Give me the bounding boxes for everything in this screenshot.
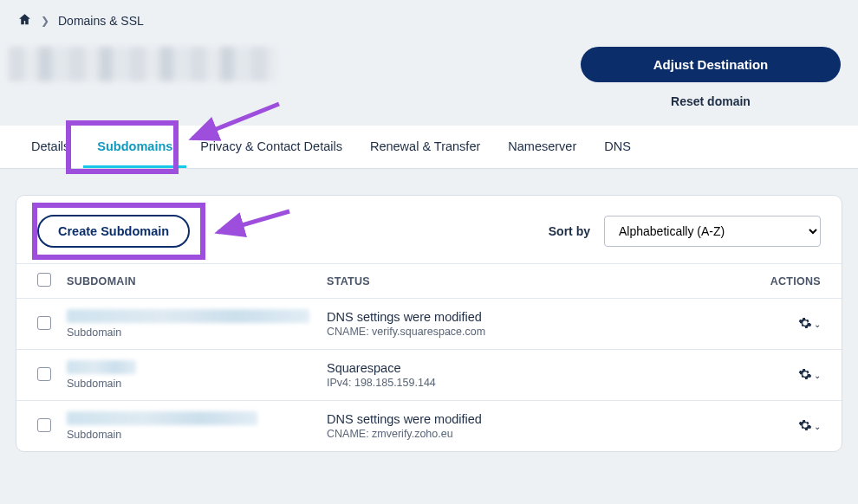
tabs: Details Subdomains Privacy & Contact Det… (0, 126, 858, 169)
subdomains-panel: Create Subdomain Sort by Alphabetically … (16, 195, 842, 452)
row-status-main: Squarespace (327, 361, 743, 375)
table-row: Subdomain DNS settings were modified CNA… (16, 299, 842, 350)
col-header-subdomain: SUBDOMAIN (67, 275, 327, 288)
tab-renewal-transfer[interactable]: Renewal & Transfer (356, 126, 494, 168)
redacted-domain-title (9, 47, 277, 81)
redacted-subdomain-name (67, 411, 257, 425)
sort-by-label: Sort by (549, 224, 590, 238)
row-type-label: Subdomain (67, 378, 327, 390)
chevron-down-icon: ⌄ (814, 422, 821, 431)
tab-subdomains[interactable]: Subdomains (83, 126, 186, 168)
header: Adjust Destination Reset domain (0, 38, 858, 126)
gear-icon (798, 367, 812, 384)
row-type-label: Subdomain (67, 326, 327, 339)
reset-domain-button[interactable]: Reset domain (671, 94, 751, 108)
tab-details[interactable]: Details (17, 126, 83, 168)
row-status-sub: IPv4: 198.185.159.144 (327, 377, 743, 389)
col-header-status: STATUS (327, 275, 743, 288)
home-icon[interactable] (17, 12, 32, 29)
chevron-down-icon: ⌄ (814, 320, 821, 329)
row-status-sub: CNAME: verify.squarespace.com (327, 326, 743, 338)
row-type-label: Subdomain (67, 429, 327, 441)
table-row: Subdomain DNS settings were modified CNA… (16, 401, 842, 451)
redacted-subdomain-name (67, 309, 309, 323)
row-checkbox[interactable] (37, 367, 51, 381)
row-status-sub: CNAME: zmverify.zoho.eu (327, 428, 743, 440)
row-checkbox[interactable] (37, 418, 51, 432)
row-actions-button[interactable]: ⌄ (798, 418, 821, 435)
gear-icon (798, 316, 812, 333)
row-checkbox[interactable] (37, 316, 51, 330)
sort-select[interactable]: Alphabetically (A-Z) (604, 216, 821, 247)
row-status-main: DNS settings were modified (327, 310, 743, 324)
row-status-main: DNS settings were modified (327, 412, 743, 426)
tab-privacy-contact[interactable]: Privacy & Contact Details (186, 126, 356, 168)
page-title: Domains & SSL (58, 14, 144, 28)
row-actions-button[interactable]: ⌄ (798, 316, 821, 333)
create-subdomain-button[interactable]: Create Subdomain (37, 215, 190, 248)
redacted-subdomain-name (67, 360, 136, 374)
tab-dns[interactable]: DNS (590, 126, 645, 168)
select-all-checkbox[interactable] (37, 273, 51, 287)
gear-icon (798, 418, 812, 435)
chevron-down-icon: ⌄ (814, 371, 821, 380)
row-actions-button[interactable]: ⌄ (798, 367, 821, 384)
table-row: Subdomain Squarespace IPv4: 198.185.159.… (16, 350, 842, 401)
breadcrumb: ❯ Domains & SSL (0, 0, 858, 38)
tab-nameserver[interactable]: Nameserver (494, 126, 590, 168)
adjust-destination-button[interactable]: Adjust Destination (581, 47, 841, 82)
table-header: SUBDOMAIN STATUS ACTIONS (16, 263, 842, 299)
chevron-right-icon: ❯ (41, 15, 49, 27)
col-header-actions: ACTIONS (743, 275, 821, 288)
